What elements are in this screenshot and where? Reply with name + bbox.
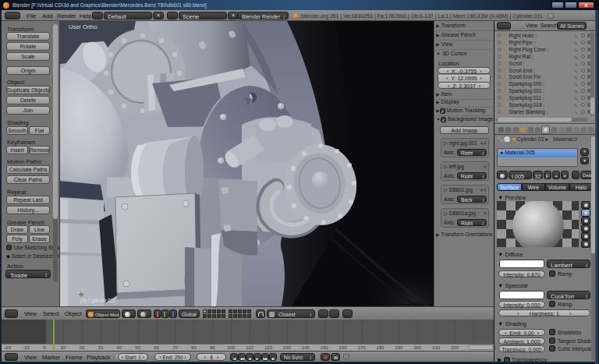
svg-text:User Ortho: User Ortho (69, 23, 97, 30)
svg-text:(4) Cylinder.011: (4) Cylinder.011 (80, 298, 116, 304)
